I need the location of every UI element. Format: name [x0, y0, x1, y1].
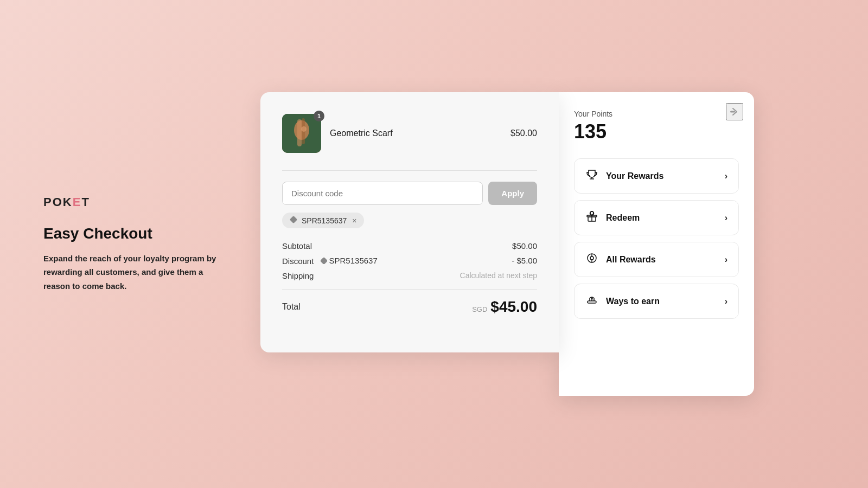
- menu-item-ways-to-earn[interactable]: Ways to earn ›: [574, 284, 739, 319]
- logo: POKET: [43, 195, 217, 209]
- total-amount: $45.00: [490, 298, 537, 316]
- discount-tag: SPR5135637 ×: [282, 213, 364, 228]
- rewards-exit-button[interactable]: [726, 103, 743, 120]
- discount-tag-remove[interactable]: ×: [352, 216, 356, 225]
- svg-rect-7: [730, 111, 735, 113]
- svg-rect-5: [290, 216, 297, 223]
- discount-input-row: Apply: [282, 182, 537, 205]
- points-value: 135: [574, 120, 739, 143]
- redeem-chevron: ›: [725, 213, 727, 223]
- all-rewards-chevron: ›: [725, 255, 727, 265]
- menu-item-redeem[interactable]: Redeem ›: [574, 200, 739, 235]
- logo-text: POKET: [43, 195, 90, 209]
- logo-e: E: [73, 195, 82, 209]
- svg-point-4: [301, 126, 307, 132]
- discount-value: - $5.00: [512, 256, 537, 265]
- logo-pok: POK: [43, 195, 73, 209]
- ways-to-earn-icon: [585, 294, 598, 309]
- points-section: Your Points 135: [574, 110, 739, 143]
- rewards-menu: Your Rewards ›: [574, 158, 739, 319]
- ways-to-earn-chevron: ›: [725, 297, 727, 306]
- tagline-heading: Easy Checkout: [43, 224, 217, 243]
- apply-button[interactable]: Apply: [488, 182, 537, 205]
- rewards-panel: Your Points 135: [559, 92, 754, 396]
- total-value: SGD $45.00: [472, 298, 537, 316]
- tagline-body: Expand the reach of your loyalty program…: [43, 252, 217, 293]
- product-info: Geometric Scarf: [321, 129, 510, 138]
- points-label: Your Points: [574, 110, 739, 118]
- shipping-row: Shipping Calculated at next step: [282, 271, 537, 280]
- logo-t: T: [81, 195, 90, 209]
- all-rewards-icon: [585, 252, 598, 267]
- discount-row: Discount SPR5135637 - $5.00: [282, 256, 537, 266]
- discount-tag-code: SPR5135637: [302, 216, 347, 225]
- menu-item-ways-to-earn-left: Ways to earn: [585, 294, 660, 309]
- exit-icon: [729, 106, 741, 118]
- subtotal-row: Subtotal $50.00: [282, 241, 537, 251]
- product-divider: [282, 170, 537, 171]
- product-name: Geometric Scarf: [330, 129, 393, 138]
- product-price: $50.00: [510, 129, 537, 138]
- gift-icon: [585, 210, 598, 225]
- menu-item-redeem-left: Redeem: [585, 210, 640, 225]
- product-image-wrapper: 1: [282, 114, 321, 153]
- shipping-label: Shipping: [282, 271, 314, 280]
- page-wrapper: POKET Easy Checkout Expand the reach of …: [0, 0, 868, 488]
- branding-area: POKET Easy Checkout Expand the reach of …: [43, 195, 217, 293]
- discount-section: Apply SPR5135637 ×: [282, 182, 537, 228]
- svg-rect-6: [321, 258, 327, 264]
- discount-code-inline: SPR5135637: [321, 256, 378, 265]
- menu-item-your-rewards[interactable]: Your Rewards ›: [574, 158, 739, 194]
- order-summary: Subtotal $50.00 Discount SPR5135637 - $5…: [282, 241, 537, 316]
- trophy-icon: [585, 169, 598, 183]
- subtotal-label: Subtotal: [282, 241, 312, 251]
- checkout-panel: 1 Geometric Scarf $50.00 Apply: [260, 92, 559, 352]
- your-rewards-label: Your Rewards: [606, 171, 663, 181]
- main-content: 1 Geometric Scarf $50.00 Apply: [260, 92, 754, 396]
- ways-to-earn-label: Ways to earn: [606, 297, 660, 306]
- svg-point-14: [590, 256, 593, 260]
- total-currency: SGD: [472, 305, 487, 313]
- your-rewards-chevron: ›: [725, 171, 727, 181]
- total-row: Total SGD $45.00: [282, 298, 537, 316]
- all-rewards-label: All Rewards: [606, 255, 656, 265]
- product-badge: 1: [314, 111, 324, 121]
- svg-rect-17: [588, 301, 596, 303]
- svg-rect-2: [297, 119, 302, 146]
- subtotal-value: $50.00: [512, 241, 537, 251]
- menu-item-all-rewards-left: All Rewards: [585, 252, 656, 267]
- menu-item-your-rewards-left: Your Rewards: [585, 169, 663, 183]
- redeem-label: Redeem: [606, 213, 640, 223]
- shipping-value: Calculated at next step: [460, 271, 537, 280]
- product-row: 1 Geometric Scarf $50.00: [282, 114, 537, 153]
- discount-input[interactable]: [282, 182, 483, 205]
- menu-item-all-rewards[interactable]: All Rewards ›: [574, 242, 739, 277]
- discount-tag-icon: [290, 216, 297, 225]
- summary-divider: [282, 289, 537, 290]
- total-label: Total: [282, 302, 301, 312]
- discount-label: Discount SPR5135637: [282, 256, 378, 266]
